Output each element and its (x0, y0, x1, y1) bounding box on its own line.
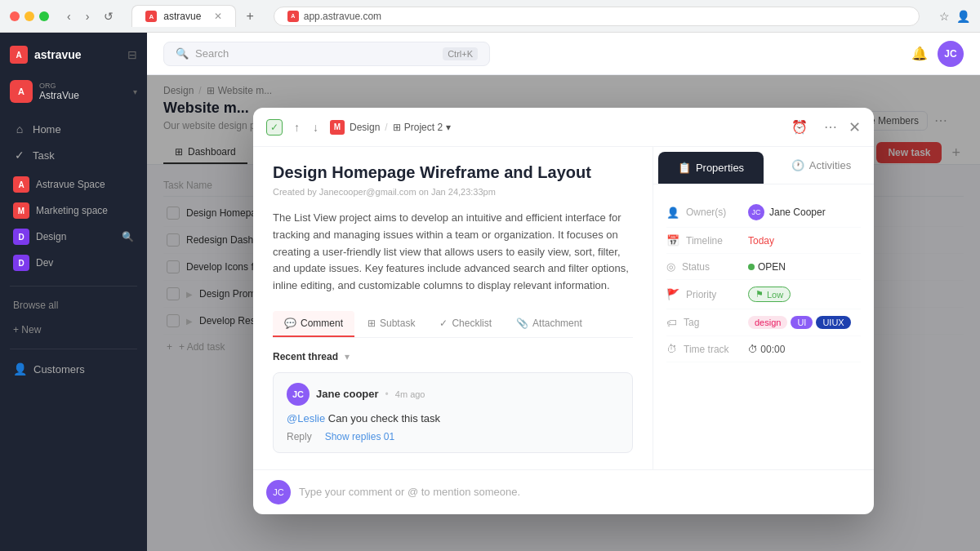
address-favicon: A (287, 11, 299, 22)
modal-breadcrumb-m: M (330, 120, 345, 135)
sidebar-item-customers[interactable]: 👤 Customers (0, 356, 147, 382)
modal-overlay: ✓ ↑ ↓ M Design / ⊞ (147, 75, 980, 551)
activities-tab[interactable]: 🕐 Activities (768, 147, 874, 184)
comment-tab[interactable]: 💬 Comment (273, 311, 354, 337)
task-check-icon[interactable]: ✓ (266, 119, 283, 136)
sidebar-browse-all[interactable]: Browse all (0, 293, 147, 318)
marketing-space-avatar: M (13, 202, 29, 219)
reply-btn[interactable]: Reply (287, 431, 312, 442)
profile-btn[interactable]: 👤 (956, 10, 970, 23)
address-text: app.astravue.com (304, 11, 381, 22)
modal-task-description: The List View project aims to develop an… (273, 210, 633, 295)
modal-right-panel: 📋 Properties 🕐 Activities (653, 147, 874, 469)
design-space-label: Design (36, 231, 66, 242)
sidebar-toggle-btn[interactable]: ⊟ (127, 48, 137, 61)
modal-actions-bar: 💬 Comment ⊞ Subtask ✓ C (273, 311, 633, 338)
modal-nav-up-btn[interactable]: ↑ (289, 119, 305, 136)
org-name: AstraVue (39, 90, 127, 101)
property-time-track: ⏱ Time track ⏱ 00:00 (666, 336, 861, 362)
status-icon: ◎ (666, 260, 675, 273)
refresh-btn[interactable]: ↺ (99, 8, 118, 24)
thread-chevron-icon: ▾ (345, 351, 350, 362)
comment-mention: @Leslie (287, 412, 325, 424)
modal-breadcrumb-design[interactable]: Design (350, 122, 380, 133)
user-avatar[interactable]: JC (938, 41, 964, 67)
subtask-tab[interactable]: ⊞ Subtask (356, 311, 426, 337)
dev-space-avatar: D (13, 255, 29, 271)
sidebar-item-marketing-space[interactable]: M Marketing space (10, 198, 137, 224)
notification-btn[interactable]: 🔔 (911, 46, 928, 61)
sidebar-add-new[interactable]: + New (0, 318, 147, 342)
maximize-window-btn[interactable] (39, 11, 49, 21)
properties-content: 👤 Owner(s) JC Jane Cooper (653, 184, 874, 375)
tag-design[interactable]: design (748, 316, 787, 329)
home-icon: ⌂ (13, 122, 26, 136)
sidebar-item-design[interactable]: D Design 🔍 (10, 224, 137, 250)
checklist-tab[interactable]: ✓ Checklist (428, 311, 503, 337)
comment-input-area: JC Type your comment or @ to mention som… (253, 469, 874, 514)
browse-all-label: Browse all (13, 300, 58, 311)
priority-icon: 🚩 (666, 288, 679, 300)
property-owner: 👤 Owner(s) JC Jane Cooper (666, 198, 861, 228)
address-bar[interactable]: A app.astravue.com (274, 7, 920, 26)
properties-tab[interactable]: 📋 Properties (658, 152, 764, 184)
org-section[interactable]: A ORG AstraVue ▾ (0, 73, 147, 109)
search-icon: 🔍 (176, 47, 189, 60)
show-replies-btn[interactable]: Show replies 01 (325, 431, 394, 442)
sidebar-item-dev[interactable]: D Dev (10, 250, 137, 276)
modal-nav-down-btn[interactable]: ↓ (308, 119, 323, 136)
topbar-actions: 🔔 JC (911, 41, 964, 67)
property-status: ◎ Status OPEN (666, 254, 861, 280)
priority-flag-icon: ⚑ (755, 289, 764, 300)
modal-header-right: ⏰ ⋯ ✕ (786, 118, 861, 136)
app-logo-icon: A (10, 46, 28, 64)
tab-close-btn[interactable]: ✕ (214, 11, 222, 22)
property-tag: 🏷 Tag design UI UIUX (666, 309, 861, 336)
sidebar-item-home[interactable]: ⌂ Home (0, 116, 147, 142)
owner-value: JC Jane Cooper (748, 204, 861, 220)
recent-thread-toggle[interactable]: Recent thread ▾ (273, 351, 633, 362)
sidebar-item-astravue-space[interactable]: A Astravue Space (10, 171, 137, 198)
alarm-btn[interactable]: ⏰ (786, 118, 813, 136)
modal-close-btn[interactable]: ✕ (849, 118, 861, 136)
minimize-window-btn[interactable] (24, 11, 34, 21)
activities-icon: 🕐 (791, 159, 804, 171)
tag-label: 🏷 Tag (666, 317, 748, 329)
search-bar[interactable]: 🔍 Search Ctrl+K (163, 42, 490, 66)
timeline-icon: 📅 (666, 234, 679, 247)
astravue-space-avatar: A (13, 176, 29, 193)
space-search-icon[interactable]: 🔍 (122, 231, 134, 242)
add-new-label: + New (13, 324, 41, 335)
comment-separator: • (385, 389, 389, 400)
bookmark-btn[interactable]: ☆ (939, 10, 950, 23)
comment-input[interactable]: Type your comment or @ to mention someon… (299, 486, 861, 498)
properties-icon: 📋 (678, 162, 691, 174)
back-btn[interactable]: ‹ (62, 8, 76, 24)
org-chevron-icon: ▾ (133, 87, 137, 96)
timeline-value: Today (748, 235, 861, 247)
sidebar-item-task[interactable]: ✓ Task (0, 142, 147, 168)
tag-values: design UI UIUX (748, 316, 861, 329)
forward-btn[interactable]: › (81, 8, 95, 24)
recent-thread-label: Recent thread (273, 351, 338, 362)
task-icon: ✓ (13, 149, 26, 162)
close-window-btn[interactable] (10, 11, 20, 21)
astravue-space-label: Astravue Space (36, 179, 105, 190)
design-space-avatar: D (13, 229, 29, 245)
tab-title: astravue (163, 11, 201, 22)
customers-icon: 👤 (13, 362, 27, 375)
more-options-modal-btn[interactable]: ⋯ (819, 118, 842, 136)
browser-tab[interactable]: A astravue ✕ (131, 5, 236, 27)
tag-ui[interactable]: UI (791, 316, 813, 329)
task-detail-modal: ✓ ↑ ↓ M Design / ⊞ (253, 108, 874, 514)
tag-uiux[interactable]: UIUX (816, 316, 850, 329)
attachment-tab[interactable]: 📎 Attachment (505, 311, 594, 337)
new-tab-btn[interactable]: + (246, 9, 253, 24)
org-avatar: A (10, 80, 33, 103)
modal-project-btn[interactable]: ⊞ Project 2 ▾ (393, 122, 451, 133)
sidebar: A astravue ⊟ A ORG AstraVue ▾ ⌂ Home ✓ T… (0, 33, 147, 551)
browser-actions: ☆ 👤 (939, 10, 970, 23)
sidebar-nav: ⌂ Home ✓ Task A Astravue Space M Marketi… (0, 116, 147, 541)
modal-breadcrumb: M Design / ⊞ Project 2 ▾ (330, 120, 451, 135)
tab-favicon: A (145, 11, 157, 22)
